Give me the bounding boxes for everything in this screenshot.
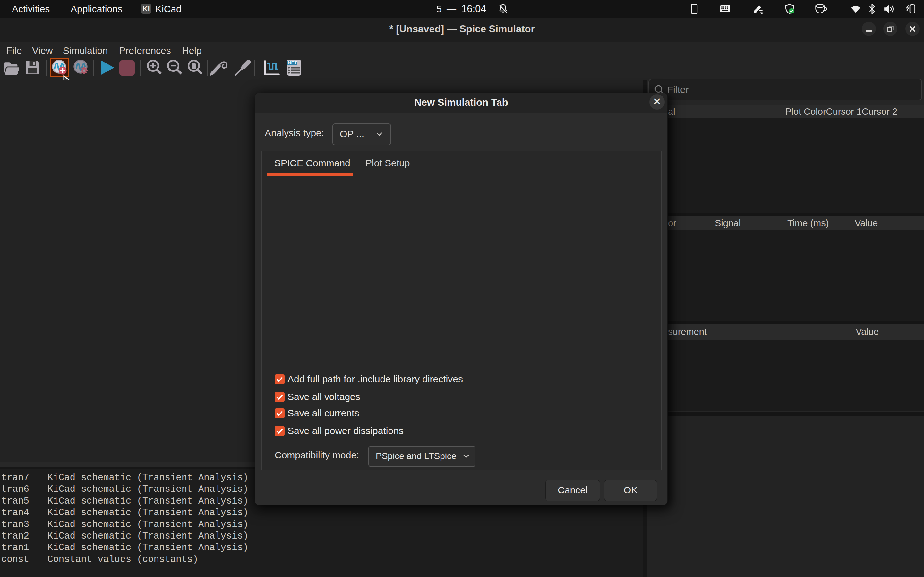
- svg-text:NET: NET: [288, 60, 297, 65]
